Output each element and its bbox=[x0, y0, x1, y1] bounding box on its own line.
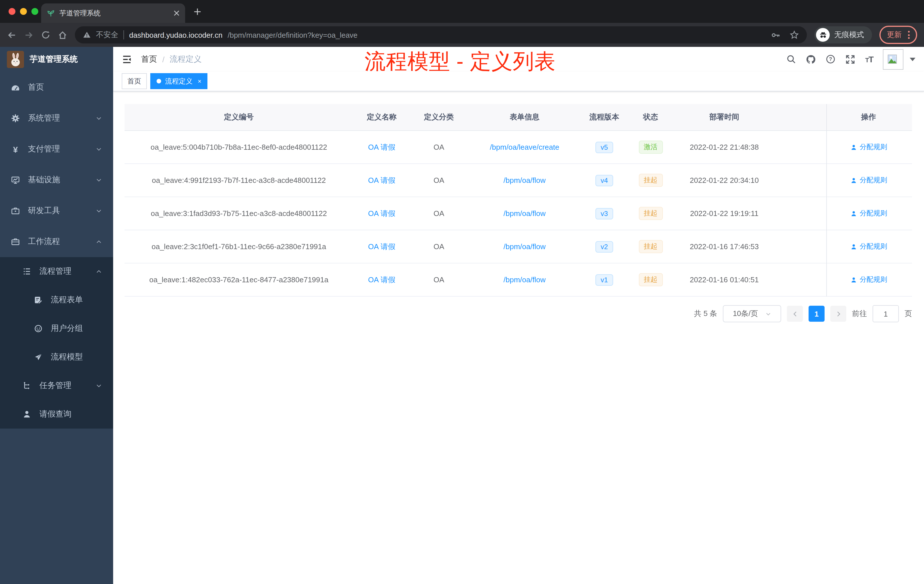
form-link[interactable]: /bpm/oa/leave/create bbox=[467, 143, 582, 152]
not-secure-warning-icon[interactable] bbox=[83, 31, 91, 39]
url-separator bbox=[124, 30, 124, 40]
current-page-button[interactable]: 1 bbox=[808, 306, 825, 322]
form-link[interactable]: /bpm/oa/flow bbox=[467, 209, 582, 218]
assign-rule-button[interactable]: 分配规则 bbox=[826, 142, 911, 152]
definition-id: oa_leave:1:482ec033-762a-11ec-8477-a2380… bbox=[125, 276, 353, 284]
sidebar-item-process-form[interactable]: 流程表单 bbox=[0, 286, 113, 314]
sidebar: 芋道管理系统 首页 系统管理 ¥ 支付管理 bbox=[0, 47, 113, 584]
chevron-down-icon bbox=[765, 310, 771, 317]
sidebar-item-label: 请假查询 bbox=[40, 409, 71, 419]
sidebar-item-user-group[interactable]: 用户分组 bbox=[0, 314, 113, 343]
assign-rule-button[interactable]: 分配规则 bbox=[826, 242, 911, 251]
sidebar-item-label: 用户分组 bbox=[51, 323, 83, 334]
status-badge: 激活 bbox=[639, 140, 663, 154]
sidebar-item-label: 流程管理 bbox=[40, 266, 71, 277]
definition-category: OA bbox=[410, 143, 467, 152]
minimize-window-button[interactable] bbox=[20, 8, 27, 15]
browser-tab[interactable]: 芋道管理系统 bbox=[41, 3, 185, 23]
sidebar-item-workflow[interactable]: 工作流程 bbox=[0, 226, 113, 257]
col-header-version: 流程版本 bbox=[582, 112, 627, 122]
home-icon[interactable] bbox=[58, 30, 68, 40]
definition-id: oa_leave:5:004b710b-7b8a-11ec-8ef0-acde4… bbox=[125, 143, 353, 152]
page-size-select[interactable]: 10条/页 bbox=[723, 305, 781, 322]
browser-menu-icon[interactable] bbox=[908, 31, 910, 39]
close-window-button[interactable] bbox=[8, 8, 15, 15]
tag-label: 流程定义 bbox=[165, 76, 193, 86]
fullscreen-icon[interactable] bbox=[845, 54, 855, 64]
sidebar-item-infra[interactable]: 基础设施 bbox=[0, 165, 113, 195]
definition-name-link[interactable]: OA 请假 bbox=[353, 175, 410, 185]
monitor-chart-icon bbox=[11, 175, 20, 185]
prev-page-button[interactable] bbox=[787, 306, 803, 322]
breadcrumb-home[interactable]: 首页 bbox=[141, 54, 157, 64]
new-tab-button[interactable] bbox=[193, 7, 202, 16]
sidebar-item-process-mgmt[interactable]: 流程管理 bbox=[0, 257, 113, 286]
version-badge: v5 bbox=[596, 142, 613, 153]
col-header-form: 表单信息 bbox=[467, 112, 582, 122]
chevron-up-icon bbox=[96, 268, 102, 275]
update-label[interactable]: 更新 bbox=[887, 30, 902, 40]
tag-home[interactable]: 首页 bbox=[122, 73, 147, 89]
font-size-icon[interactable]: TT bbox=[865, 54, 873, 64]
search-icon[interactable] bbox=[786, 54, 796, 64]
definition-name-link[interactable]: OA 请假 bbox=[353, 208, 410, 219]
definition-name-link[interactable]: OA 请假 bbox=[353, 275, 410, 285]
github-icon[interactable] bbox=[806, 54, 816, 64]
sidebar-item-home[interactable]: 首页 bbox=[0, 72, 113, 103]
definition-name-link[interactable]: OA 请假 bbox=[353, 142, 410, 152]
version-badge: v4 bbox=[596, 175, 613, 186]
tag-process-definition[interactable]: 流程定义 × bbox=[150, 73, 208, 89]
definition-category: OA bbox=[410, 209, 467, 218]
sidebar-item-dev[interactable]: 研发工具 bbox=[0, 195, 113, 226]
form-link[interactable]: /bpm/oa/flow bbox=[467, 276, 582, 284]
table-row: oa_leave:4:991f2193-7b7f-11ec-a3c8-acde4… bbox=[125, 164, 912, 197]
url-path[interactable]: /bpm/manager/definition?key=oa_leave bbox=[228, 31, 766, 39]
collapse-sidebar-icon[interactable] bbox=[122, 54, 132, 64]
url-host[interactable]: dashboard.yudao.iocoder.cn bbox=[129, 31, 223, 39]
window-controls[interactable] bbox=[8, 8, 38, 15]
password-key-icon[interactable] bbox=[771, 30, 780, 40]
user-icon bbox=[850, 210, 857, 217]
address-bar[interactable]: 不安全 dashboard.yudao.iocoder.cn /bpm/mana… bbox=[75, 26, 807, 43]
definition-name-link[interactable]: OA 请假 bbox=[353, 241, 410, 252]
sidebar-item-process-model[interactable]: 流程模型 bbox=[0, 343, 113, 371]
assign-rule-button[interactable]: 分配规则 bbox=[826, 275, 911, 285]
deploy-time: 2022-01-22 20:34:10 bbox=[674, 176, 774, 185]
sidebar-item-label: 工作流程 bbox=[28, 237, 60, 247]
page-unit-label: 页 bbox=[904, 308, 912, 319]
logo-row[interactable]: 芋道管理系统 bbox=[0, 47, 113, 72]
browser-update-button[interactable]: 更新 bbox=[879, 26, 917, 44]
avatar-caret-icon[interactable] bbox=[910, 58, 916, 61]
sidebar-item-pay[interactable]: ¥ 支付管理 bbox=[0, 134, 113, 165]
sidebar-item-leave-query[interactable]: 请假查询 bbox=[0, 400, 113, 429]
back-icon[interactable] bbox=[7, 30, 16, 40]
deploy-time: 2022-01-16 01:40:51 bbox=[674, 276, 774, 284]
navbar-actions: ? TT bbox=[786, 49, 916, 69]
sidebar-item-label: 系统管理 bbox=[28, 113, 60, 124]
browser-toolbar: 不安全 dashboard.yudao.iocoder.cn /bpm/mana… bbox=[0, 23, 924, 47]
form-link[interactable]: /bpm/oa/flow bbox=[467, 176, 582, 185]
sidebar-item-system[interactable]: 系统管理 bbox=[0, 103, 113, 134]
person-icon bbox=[22, 410, 31, 419]
user-avatar-broken-image[interactable] bbox=[883, 49, 903, 69]
assign-rule-button[interactable]: 分配规则 bbox=[826, 209, 911, 218]
maximize-window-button[interactable] bbox=[31, 8, 38, 15]
security-label[interactable]: 不安全 bbox=[96, 30, 118, 40]
goto-page-input[interactable] bbox=[873, 305, 899, 322]
browser-tab-strip: 芋道管理系统 bbox=[0, 0, 924, 23]
tab-close-icon[interactable] bbox=[174, 10, 180, 16]
assign-rule-button[interactable]: 分配规则 bbox=[826, 175, 911, 185]
chevron-down-icon bbox=[96, 208, 102, 214]
reload-icon[interactable] bbox=[41, 30, 50, 40]
help-icon[interactable]: ? bbox=[826, 54, 835, 64]
bookmark-star-icon[interactable] bbox=[790, 30, 799, 40]
chevron-up-icon bbox=[96, 238, 102, 245]
sidebar-item-task-mgmt[interactable]: 任务管理 bbox=[0, 371, 113, 400]
next-page-button[interactable] bbox=[830, 306, 846, 322]
version-badge: v1 bbox=[596, 274, 613, 285]
chevron-down-icon bbox=[96, 115, 102, 122]
col-header-status: 状态 bbox=[627, 112, 674, 122]
tag-close-icon[interactable]: × bbox=[198, 78, 201, 84]
forward-icon[interactable] bbox=[24, 30, 34, 40]
form-link[interactable]: /bpm/oa/flow bbox=[467, 242, 582, 251]
